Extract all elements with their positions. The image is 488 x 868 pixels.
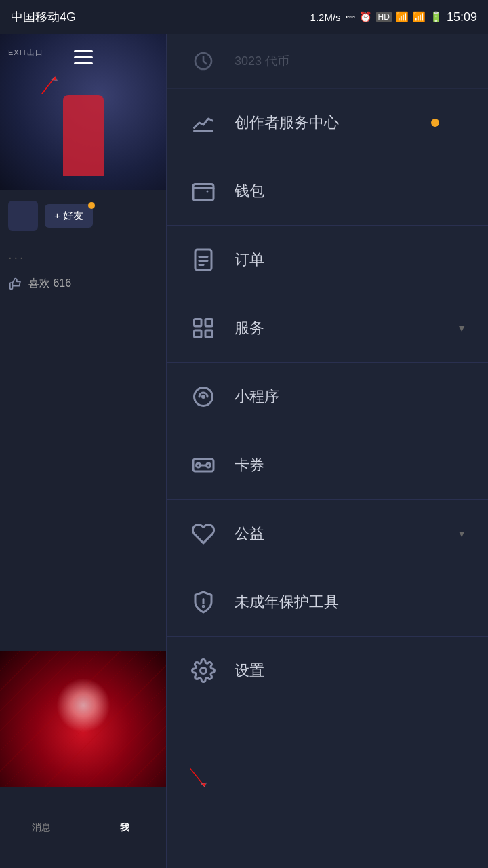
bluetooth-icon: ⬳ [345, 12, 355, 23]
nav-me[interactable]: 我 [83, 822, 167, 834]
charity-chevron-icon: ▼ [457, 528, 466, 539]
shield-icon [188, 587, 218, 617]
svg-point-15 [201, 395, 205, 399]
charity-label: 公益 [235, 524, 451, 544]
bottom-nav: 消息 我 [0, 787, 166, 868]
wallet-icon [188, 176, 218, 206]
coupons-label: 卡券 [235, 455, 466, 475]
services-label: 服务 [235, 318, 451, 338]
hamburger-line-3 [74, 62, 93, 64]
thumb-glow [56, 678, 110, 732]
video-thumbnail: EXIT出口 [0, 34, 166, 190]
nav-me-label: 我 [120, 822, 129, 834]
status-bar: 中国移动4G 1.2M/s ⬳ ⏰ HD 📶 📶 🔋 15:09 [0, 0, 488, 34]
creator-center-dot [431, 119, 439, 127]
svg-marker-24 [201, 783, 207, 786]
profile-section: + 好友 [0, 190, 166, 241]
likes-section: 喜欢 616 [0, 268, 166, 299]
arrow-down-indicator [187, 766, 211, 793]
svg-point-17 [197, 463, 201, 467]
battery-icon: 🔋 [430, 11, 443, 23]
svg-rect-12 [195, 330, 202, 338]
drawer-item-top: 3023 代币 [167, 34, 488, 89]
apps-icon [188, 313, 218, 343]
coins-icon-container [188, 46, 218, 76]
nav-messages[interactable]: 消息 [0, 822, 83, 834]
drawer-item-creator-center[interactable]: 创作者服务中心 [167, 89, 488, 157]
hamburger-line-1 [74, 50, 93, 52]
svg-point-18 [207, 463, 211, 467]
svg-point-21 [203, 606, 204, 607]
wallet-label: 钱包 [235, 181, 466, 201]
mini-programs-label: 小程序 [235, 387, 466, 407]
time-label: 15:09 [447, 10, 477, 24]
drawer-scroll: 3023 代币 创作者服务中心 [167, 34, 488, 705]
order-icon [188, 245, 218, 275]
carrier-label: 中国移动4G [11, 9, 76, 25]
bottom-thumbnail [0, 651, 166, 787]
signal-icon: 📶 [413, 11, 426, 23]
chart-line-icon [188, 108, 218, 138]
coupon-icon [188, 450, 218, 480]
settings-label: 设置 [235, 660, 466, 681]
settings-icon [188, 656, 218, 686]
wifi-icon: 📶 [396, 11, 409, 23]
heart-icon [188, 519, 218, 549]
left-panel: EXIT出口 + 好友 [0, 34, 166, 868]
drawer-item-settings[interactable]: 设置 [167, 637, 488, 705]
hamburger-button[interactable] [68, 42, 98, 72]
likes-label: 喜欢 616 [28, 277, 71, 291]
alarm-icon: ⏰ [359, 11, 372, 23]
mini-program-icon [188, 382, 218, 412]
orders-label: 订单 [235, 250, 466, 270]
drawer-top-label: 3023 代币 [235, 53, 466, 69]
svg-line-23 [190, 769, 205, 787]
minor-protection-label: 未成年保护工具 [235, 592, 466, 612]
drawer-item-coupons[interactable]: 卡券 [167, 431, 488, 500]
status-right: 1.2M/s ⬳ ⏰ HD 📶 📶 🔋 15:09 [310, 10, 477, 24]
more-options[interactable]: ... [0, 241, 166, 268]
add-friend-button[interactable]: + 好友 [45, 204, 93, 228]
svg-rect-10 [195, 319, 202, 327]
drawer-item-minor-protection[interactable]: 未成年保护工具 [167, 568, 488, 637]
main-container: EXIT出口 + 好友 [0, 34, 488, 868]
add-friend-dot [88, 202, 95, 209]
drawer-item-mini-programs[interactable]: 小程序 [167, 363, 488, 431]
drawer-item-orders[interactable]: 订单 [167, 226, 488, 294]
speed-label: 1.2M/s [310, 12, 341, 23]
svg-point-22 [201, 668, 207, 674]
exit-label: EXIT出口 [8, 47, 43, 58]
right-drawer: 3023 代币 创作者服务中心 [166, 34, 488, 868]
drawer-item-services[interactable]: 服务 ▼ [167, 294, 488, 363]
nav-messages-label: 消息 [32, 822, 51, 834]
svg-rect-11 [205, 319, 213, 327]
svg-rect-5 [193, 184, 214, 201]
hd-badge: HD [376, 12, 392, 22]
svg-rect-13 [205, 330, 213, 338]
hamburger-line-2 [74, 56, 93, 58]
services-chevron-icon: ▼ [457, 323, 466, 334]
drawer-item-charity[interactable]: 公益 ▼ [167, 500, 488, 568]
video-figure [63, 95, 104, 176]
avatar [8, 201, 38, 231]
drawer-item-wallet[interactable]: 钱包 [167, 157, 488, 226]
